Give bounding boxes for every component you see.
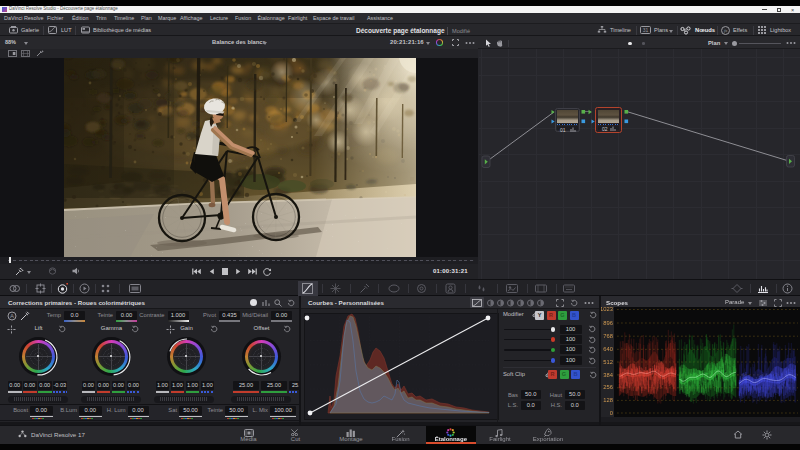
svg-text:fx: fx xyxy=(724,28,727,33)
svg-text:31: 31 xyxy=(643,27,649,33)
